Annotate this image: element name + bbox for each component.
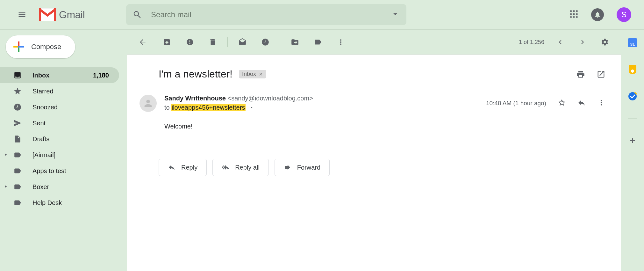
inbox-icon <box>13 71 22 79</box>
gear-icon <box>601 38 609 46</box>
main-menu-button[interactable] <box>14 7 30 22</box>
show-details-button[interactable] <box>249 104 254 111</box>
spam-button[interactable] <box>183 36 196 48</box>
arrow-back-icon <box>139 38 147 46</box>
compose-button[interactable]: Compose <box>6 35 75 58</box>
forward-label: Forward <box>297 164 320 171</box>
reply-icon-button[interactable] <box>577 99 586 108</box>
sidebar-item-drafts[interactable]: Drafts <box>0 131 119 147</box>
sidebar-item-label: Boxer <box>32 183 49 191</box>
person-icon <box>143 98 154 109</box>
star-button[interactable] <box>558 99 566 108</box>
reply-all-button[interactable]: Reply all <box>212 159 269 176</box>
prev-button[interactable] <box>554 36 567 48</box>
reply-button[interactable]: Reply <box>159 159 207 176</box>
reply-label: Reply <box>181 164 197 171</box>
sidebar-item-count: 1,180 <box>93 72 109 79</box>
star-outline-icon <box>558 99 566 107</box>
next-button[interactable] <box>576 36 589 48</box>
label-icon <box>13 151 22 159</box>
sidebar-item-airmail[interactable]: [Airmail] <box>0 147 119 163</box>
message-time: 10:48 AM (1 hour ago) <box>486 100 546 107</box>
compose-plus-icon <box>13 41 25 53</box>
label-icon <box>314 38 322 46</box>
archive-button[interactable] <box>161 36 173 48</box>
svg-rect-1 <box>39 8 41 21</box>
sidebar-item-label: Apps to test <box>32 167 66 175</box>
clock-icon <box>13 103 22 111</box>
email-label-text: Inbox <box>242 71 256 77</box>
to-prefix: to <box>164 104 170 111</box>
open-new-window-icon[interactable] <box>597 70 605 79</box>
search-bar[interactable] <box>126 4 406 25</box>
divider <box>628 118 637 119</box>
search-icon <box>132 10 142 19</box>
mail-open-icon <box>238 38 247 46</box>
caret-right-icon <box>4 185 8 188</box>
sender-email: <sandy@idownloadblog.com> <box>228 95 313 102</box>
settings-button[interactable] <box>598 36 611 48</box>
calendar-icon: 31 <box>628 38 637 47</box>
apps-grid-icon <box>569 10 578 18</box>
mark-unread-button[interactable] <box>236 36 249 48</box>
search-input[interactable] <box>151 10 390 19</box>
svg-point-4 <box>573 10 575 12</box>
label-icon <box>13 167 22 175</box>
svg-rect-14 <box>13 46 18 48</box>
get-addons-button[interactable] <box>628 136 637 145</box>
sidebar: Compose Inbox 1,180 Starred Snoozed Sent <box>0 30 127 271</box>
sidebar-item-apps-to-test[interactable]: Apps to test <box>0 163 119 179</box>
side-panel: 31 <box>621 30 644 271</box>
notifications-button[interactable] <box>591 8 604 21</box>
gmail-logo[interactable]: Gmail <box>39 8 85 21</box>
mail-pane: 1 of 1,256 I'm a newsletter! Inbox <box>127 30 621 271</box>
print-icon[interactable] <box>576 70 585 79</box>
svg-rect-13 <box>18 48 19 52</box>
sidebar-item-label: [Airmail] <box>32 151 55 159</box>
close-icon[interactable] <box>259 72 263 77</box>
svg-point-7 <box>573 13 575 15</box>
keep-addon[interactable] <box>628 65 637 74</box>
label-icon <box>13 199 22 207</box>
svg-point-9 <box>570 16 572 18</box>
recipient-line[interactable]: to iloveapps456+newsletters <box>164 104 313 111</box>
back-button[interactable] <box>136 36 149 48</box>
send-icon <box>13 119 22 127</box>
reply-all-icon <box>222 164 229 171</box>
sidebar-item-starred[interactable]: Starred <box>0 83 119 99</box>
plus-icon <box>628 136 637 145</box>
forward-button[interactable]: Forward <box>275 159 330 176</box>
move-to-button[interactable] <box>289 36 301 48</box>
more-button[interactable] <box>334 36 347 48</box>
gmail-logo-text: Gmail <box>59 9 85 21</box>
svg-point-5 <box>576 10 578 12</box>
sidebar-item-sent[interactable]: Sent <box>0 115 119 131</box>
sidebar-item-label: Inbox <box>32 72 49 79</box>
sidebar-item-boxer[interactable]: Boxer <box>0 179 119 195</box>
email-label-chip[interactable]: Inbox <box>239 70 266 78</box>
google-apps-button[interactable] <box>569 10 578 20</box>
calendar-addon[interactable]: 31 <box>628 38 637 48</box>
search-options-button[interactable] <box>390 9 400 20</box>
star-icon <box>13 87 22 95</box>
sidebar-item-help-desk[interactable]: Help Desk <box>0 195 119 211</box>
message-more-button[interactable] <box>597 99 605 108</box>
account-avatar[interactable]: S <box>617 7 631 22</box>
svg-rect-2 <box>54 8 56 21</box>
svg-point-6 <box>570 13 572 15</box>
sidebar-item-label: Starred <box>32 88 54 95</box>
sidebar-item-snoozed[interactable]: Snoozed <box>0 99 119 115</box>
folder-move-icon <box>291 38 299 46</box>
sidebar-item-label: Snoozed <box>32 104 58 111</box>
svg-point-11 <box>576 16 578 18</box>
delete-button[interactable] <box>206 36 219 48</box>
report-spam-icon <box>186 38 194 46</box>
labels-button[interactable] <box>311 36 324 48</box>
sidebar-item-inbox[interactable]: Inbox 1,180 <box>0 67 119 83</box>
bell-icon <box>594 11 601 18</box>
snooze-button[interactable] <box>259 36 272 48</box>
chevron-right-icon <box>578 38 587 46</box>
label-icon <box>13 183 22 191</box>
tasks-addon[interactable] <box>628 92 637 101</box>
more-vert-icon <box>337 38 345 46</box>
